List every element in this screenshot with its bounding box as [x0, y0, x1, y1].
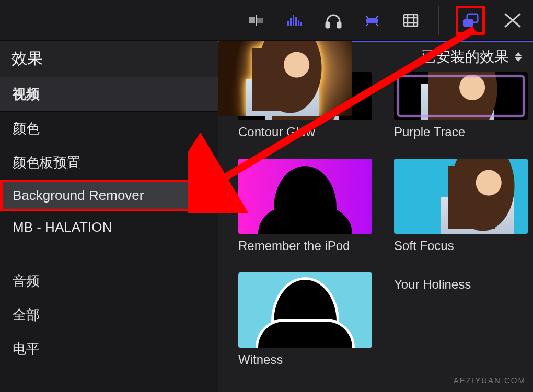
color-wheels-icon[interactable]	[361, 9, 383, 31]
svg-rect-10	[338, 22, 341, 28]
sidebar-item-background-remover[interactable]: Background Remover	[0, 180, 218, 211]
watermark: AEZIYUAN.COM	[454, 376, 526, 385]
effect-remember-ipod[interactable]: Remember the iPod	[238, 159, 372, 254]
effect-label: Your Holiness	[394, 277, 528, 292]
headphones-icon[interactable]	[322, 9, 344, 31]
effect-soft-focus[interactable]: Soft Focus	[394, 159, 528, 254]
top-toolbar	[0, 0, 533, 41]
svg-rect-16	[404, 15, 418, 26]
svg-line-12	[366, 16, 368, 18]
sidebar-item-mb-halation[interactable]: MB - HALATION	[0, 211, 218, 243]
transitions-icon[interactable]	[502, 9, 524, 31]
sidebar-item-all[interactable]: 全部	[0, 298, 218, 332]
sidebar-spacer	[0, 243, 218, 264]
sidebar-title: 效果	[0, 41, 218, 77]
effect-label: Purple Trace	[394, 124, 528, 140]
effect-purple-trace[interactable]: Purple Trace	[394, 72, 528, 140]
svg-line-15	[376, 24, 378, 26]
installed-effects-label: 已安装的效果	[421, 47, 509, 67]
sidebar-item-audio[interactable]: 音频	[0, 264, 218, 298]
effects-sidebar: 效果 视频 颜色 颜色板预置 Background Remover MB - H…	[0, 41, 218, 392]
effect-witness[interactable]: Witness	[238, 272, 372, 367]
svg-rect-7	[298, 20, 299, 26]
audio-meters-icon[interactable]	[284, 9, 306, 31]
sidebar-item-level[interactable]: 电平	[0, 332, 218, 366]
svg-rect-5	[293, 15, 294, 26]
effect-label: Soft Focus	[394, 238, 528, 254]
effect-your-holiness[interactable]: Your Holiness	[394, 272, 528, 367]
effect-thumbnail	[238, 159, 372, 234]
svg-line-14	[366, 24, 368, 26]
effect-thumbnail	[238, 272, 372, 348]
filmstrip-icon[interactable]	[400, 9, 422, 31]
effects-browser-icon[interactable]	[456, 6, 485, 35]
effects-grid: Contour Glow Purple Trace Remember the i…	[218, 69, 533, 378]
effect-label: Witness	[238, 352, 372, 367]
svg-rect-9	[326, 22, 329, 28]
svg-line-13	[376, 16, 378, 18]
effect-thumbnail	[394, 72, 528, 120]
svg-rect-2	[256, 15, 257, 26]
effect-thumbnail	[218, 41, 352, 116]
svg-rect-11	[366, 18, 378, 23]
svg-rect-22	[463, 19, 473, 27]
updown-icon	[513, 52, 524, 62]
clips-icon[interactable]	[245, 9, 267, 31]
svg-rect-4	[290, 18, 292, 26]
svg-rect-3	[287, 21, 289, 26]
svg-rect-6	[295, 17, 297, 26]
svg-rect-1	[257, 18, 263, 23]
svg-rect-0	[249, 17, 255, 23]
effects-content: 已安装的效果 Contour Glow Purple Trace Remembe…	[218, 41, 533, 392]
toolbar-divider	[438, 6, 439, 35]
sidebar-item-color-presets[interactable]: 颜色板预置	[0, 146, 218, 180]
effect-thumbnail	[394, 159, 528, 234]
sidebar-item-video[interactable]: 视频	[0, 77, 218, 112]
sidebar-item-color[interactable]: 颜色	[0, 112, 218, 146]
effect-label: Contour Glow	[238, 124, 372, 140]
effect-label: Remember the iPod	[238, 238, 372, 254]
svg-rect-8	[300, 22, 302, 26]
